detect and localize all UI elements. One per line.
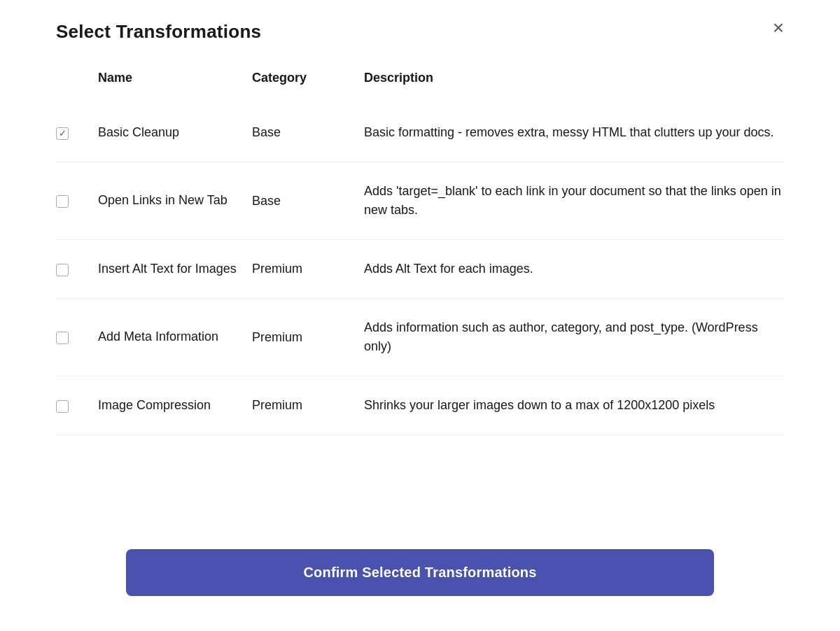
row-name-2: Insert Alt Text for Images [98,260,252,278]
table-row: Image CompressionPremiumShrinks your lar… [56,376,784,435]
checkbox-1[interactable] [56,195,69,208]
row-description-4: Shrinks your larger images down to a max… [364,396,784,415]
checkbox-cell [56,194,98,208]
row-description-3: Adds information such as author, categor… [364,318,784,356]
checkmark-icon: ✓ [59,129,66,138]
checkbox-4[interactable] [56,400,69,413]
row-category-3: Premium [252,330,364,345]
table-row: Insert Alt Text for ImagesPremiumAdds Al… [56,240,784,299]
row-name-1: Open Links in New Tab [98,192,252,209]
row-category-0: Base [252,125,364,140]
modal-header: Select Transformations × [56,21,784,43]
row-category-4: Premium [252,398,364,413]
checkbox-3[interactable] [56,332,69,344]
row-description-2: Adds Alt Text for each images. [364,260,784,278]
checkbox-cell: ✓ [56,126,98,140]
checkbox-2[interactable] [56,264,69,276]
confirm-transformations-button[interactable]: Confirm Selected Transformations [126,549,714,596]
checkbox-cell [56,399,98,413]
checkbox-cell [56,330,98,344]
modal-title: Select Transformations [56,21,261,43]
checkbox-cell [56,262,98,276]
row-category-2: Premium [252,262,364,276]
row-category-1: Base [252,194,364,208]
row-name-4: Image Compression [98,397,252,414]
table-row: ✓Basic CleanupBaseBasic formatting - rem… [56,104,784,162]
row-description-0: Basic formatting - removes extra, messy … [364,123,784,142]
checkbox-0[interactable]: ✓ [56,127,69,140]
table-header: Name Category Description [56,71,784,97]
modal: Select Transformations × Name Category D… [0,0,840,631]
table-header-description: Description [364,71,784,85]
table-header-checkbox [56,71,98,85]
table-header-category: Category [252,71,364,85]
close-button[interactable]: × [773,18,784,38]
row-name-0: Basic Cleanup [98,124,252,141]
table-rows: ✓Basic CleanupBaseBasic formatting - rem… [56,104,784,521]
table-header-name: Name [98,71,252,85]
row-description-1: Adds 'target=_blank' to each link in you… [364,182,784,220]
table-row: Add Meta InformationPremiumAdds informat… [56,299,784,376]
row-name-3: Add Meta Information [98,328,252,346]
table-row: Open Links in New TabBaseAdds 'target=_b… [56,162,784,240]
